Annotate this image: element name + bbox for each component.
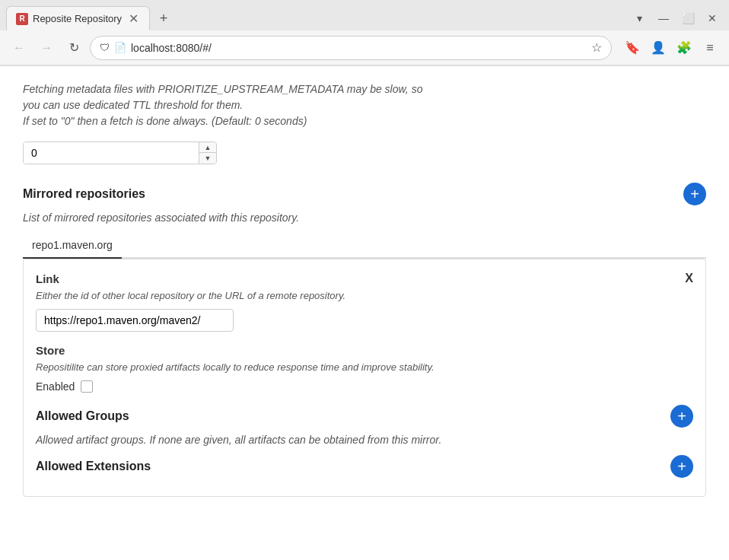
enabled-row: Enabled	[36, 380, 693, 393]
window-controls: ▾ — ⬜ ✕	[629, 8, 723, 29]
mirrored-repos-title: Mirrored repositories	[23, 187, 145, 201]
bookmark-icon[interactable]: 🔖	[621, 37, 644, 59]
enabled-label: Enabled	[36, 380, 75, 393]
ttl-number-input-wrapper: ▲ ▼	[23, 142, 217, 164]
allowed-groups-section: Allowed Groups + Allowed artifact groups…	[36, 405, 693, 446]
allowed-extensions-header: Allowed Extensions +	[36, 455, 693, 478]
page-icon: 📄	[114, 42, 126, 53]
allowed-groups-desc: Allowed artifact groups. If none are giv…	[36, 434, 693, 446]
info-line-1: Fetching metadata files with PRIORITIZE_…	[23, 81, 706, 97]
nav-bar: ← → ↻ 🛡 📄 localhost:8080/#/ ☆ 🔖 👤 🧩 ≡	[0, 30, 729, 65]
add-allowed-group-button[interactable]: +	[670, 405, 693, 428]
close-window-button[interactable]: ✕	[702, 8, 723, 29]
link-desc: Either the id of other local repository …	[36, 290, 693, 301]
shield-icon: 🛡	[100, 42, 110, 53]
store-section: Store Repositilite can store proxied art…	[36, 344, 693, 393]
menu-icon[interactable]: ≡	[699, 37, 721, 59]
allowed-extensions-section: Allowed Extensions +	[36, 455, 693, 478]
page-content: Fetching metadata files with PRIORITIZE_…	[0, 66, 729, 560]
mirror-card: Link X Either the id of other local repo…	[23, 259, 706, 497]
tab-bar: R Reposite Repository ✕ + ▾ — ⬜ ✕	[0, 0, 729, 30]
info-line-3: If set to "0" then a fetch is done alway…	[23, 113, 706, 129]
tab-close-button[interactable]: ✕	[126, 12, 140, 26]
allowed-groups-header: Allowed Groups +	[36, 405, 693, 428]
spin-up-button[interactable]: ▲	[199, 142, 216, 153]
address-bar[interactable]: 🛡 📄 localhost:8080/#/ ☆	[90, 36, 612, 60]
number-spin-buttons: ▲ ▼	[199, 142, 216, 164]
ttl-info-text: Fetching metadata files with PRIORITIZE_…	[23, 81, 706, 129]
dropdown-button[interactable]: ▾	[629, 8, 650, 29]
enabled-checkbox[interactable]	[81, 380, 93, 393]
maximize-button[interactable]: ⬜	[677, 8, 699, 29]
browser-chrome: R Reposite Repository ✕ + ▾ — ⬜ ✕ ← → ↻ …	[0, 0, 729, 66]
reload-button[interactable]: ↻	[62, 37, 85, 59]
account-icon[interactable]: 👤	[647, 37, 670, 59]
new-tab-button[interactable]: +	[153, 8, 174, 29]
spin-down-button[interactable]: ▼	[199, 153, 216, 164]
extensions-icon[interactable]: 🧩	[673, 37, 696, 59]
repo-tab-maven[interactable]: repo1.maven.org	[23, 233, 122, 259]
allowed-extensions-title: Allowed Extensions	[36, 460, 151, 473]
toolbar-icons: 🔖 👤 🧩 ≡	[621, 37, 721, 59]
mirrored-repos-header: Mirrored repositories +	[23, 183, 706, 205]
minimize-button[interactable]: —	[653, 8, 674, 29]
link-title: Link	[36, 272, 59, 285]
tab-title: Reposite Repository	[33, 13, 122, 24]
repo-tabs: repo1.maven.org	[23, 233, 706, 259]
store-desc: Repositilite can store proxied artifacts…	[36, 361, 693, 373]
mirror-card-close-button[interactable]: X	[685, 272, 693, 285]
add-mirrored-repo-button[interactable]: +	[683, 183, 706, 205]
ttl-number-input[interactable]	[24, 142, 199, 164]
link-section-header: Link X	[36, 272, 693, 285]
add-allowed-extension-button[interactable]: +	[670, 455, 693, 478]
mirrored-repos-desc: List of mirrored repositories associated…	[23, 212, 706, 224]
forward-button[interactable]: →	[35, 37, 58, 59]
allowed-groups-title: Allowed Groups	[36, 409, 129, 423]
tab-favicon: R	[16, 13, 28, 25]
info-line-2: you can use dedicated TTL threshold for …	[23, 97, 706, 113]
store-title: Store	[36, 344, 693, 357]
browser-tab[interactable]: R Reposite Repository ✕	[6, 6, 150, 30]
back-button[interactable]: ←	[8, 37, 30, 59]
address-text: localhost:8080/#/	[131, 42, 581, 54]
link-input-field[interactable]	[36, 309, 234, 332]
mirrored-repos-section: Mirrored repositories + List of mirrored…	[23, 183, 706, 224]
bookmark-star-button[interactable]: ☆	[591, 40, 602, 55]
